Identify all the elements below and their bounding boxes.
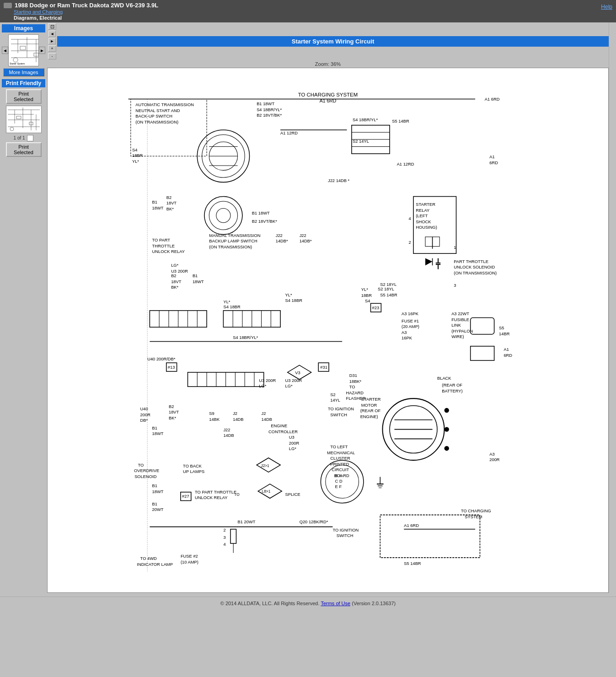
svg-text:S2 18YL: S2 18YL	[378, 287, 394, 291]
svg-text:TO PART: TO PART	[152, 238, 171, 242]
print-selected-button-top[interactable]: Print Selected	[6, 89, 42, 104]
svg-text:18WT: 18WT	[152, 489, 164, 494]
svg-text:J22 14DB *: J22 14DB *	[328, 178, 350, 183]
svg-text:14DB: 14DB	[233, 417, 243, 422]
car-icon	[4, 3, 12, 8]
svg-text:A1 12RD: A1 12RD	[397, 162, 414, 167]
diagram-title-text: Starter System Wiring Circuit	[292, 38, 374, 45]
print-thumbnail	[6, 106, 42, 133]
svg-text:TO: TO	[349, 385, 355, 389]
svg-text:TO LEFT: TO LEFT	[330, 445, 348, 449]
pan-left-btn[interactable]: ◄	[48, 31, 56, 37]
svg-text:S4 18BR/YL*: S4 18BR/YL*	[353, 118, 378, 122]
starting-charging-link[interactable]: Starting and Charging	[14, 9, 158, 15]
svg-text:S4: S4	[132, 148, 137, 152]
svg-text:18WT: 18WT	[152, 431, 164, 436]
svg-text:2: 2	[409, 240, 411, 245]
svg-text:(LEFT: (LEFT	[416, 214, 428, 218]
pan-right-btn[interactable]: ►	[48, 38, 56, 44]
nav-next-button[interactable]: ►	[39, 47, 45, 54]
svg-text:SPLICE: SPLICE	[285, 492, 300, 497]
svg-text:4: 4	[409, 216, 411, 221]
sidebar: Images ◄	[0, 22, 47, 593]
svg-text:(20 AMP): (20 AMP)	[402, 324, 419, 329]
svg-text:Q20 12BK/RD*: Q20 12BK/RD*	[300, 520, 328, 524]
svg-text:TO CHARGING SYSTEM: TO CHARGING SYSTEM	[298, 92, 358, 97]
svg-text:S2 18YL: S2 18YL	[380, 282, 396, 287]
svg-text:B2 18VT/BK*: B2 18VT/BK*	[257, 113, 282, 118]
svg-text:A3: A3	[489, 452, 494, 457]
svg-text:J22: J22	[276, 233, 283, 238]
svg-text:(REAR OF: (REAR OF	[442, 383, 462, 387]
svg-text:S4 18BR/YL*: S4 18BR/YL*	[233, 335, 258, 340]
svg-text:18BK*: 18BK*	[349, 379, 362, 384]
svg-text:ENGINE: ENGINE	[271, 424, 287, 428]
svg-text:MECHANICAL: MECHANICAL	[327, 451, 355, 455]
svg-text:LG*: LG*	[171, 263, 178, 268]
svg-rect-13	[6, 106, 41, 133]
svg-text:TO PART THROTTLE: TO PART THROTTLE	[195, 490, 236, 494]
terms-of-use-link[interactable]: Terms of Use	[321, 601, 350, 606]
print-selected-button-bottom[interactable]: Print Selected	[6, 142, 42, 157]
svg-text:BACK-UP SWITCH: BACK-UP SWITCH	[135, 114, 172, 118]
svg-text:YL*: YL*	[132, 159, 139, 164]
svg-text:CONTROLLER: CONTROLLER	[268, 430, 298, 434]
svg-text:6RD: 6RD	[504, 353, 512, 358]
nav-prev-button[interactable]: ◄	[2, 47, 8, 54]
svg-text:TO: TO	[138, 463, 144, 467]
svg-text:UNLOCK RELAY: UNLOCK RELAY	[152, 249, 185, 254]
svg-text:A3 22WT: A3 22WT	[451, 312, 469, 316]
help-link[interactable]: Help	[601, 4, 612, 10]
svg-text:UP LAMPS: UP LAMPS	[183, 469, 204, 474]
svg-text:B1 20WT: B1 20WT	[238, 520, 256, 524]
svg-text:14DB: 14DB	[223, 433, 234, 438]
svg-text:U40 200R/DB*: U40 200R/DB*	[147, 357, 176, 361]
svg-text:(ON TRANSMISSION): (ON TRANSMISSION)	[454, 271, 497, 275]
diagram-image-container: TO CHARGING SYSTEM A1 6RD AUTOMATIC TRAN…	[47, 68, 609, 593]
svg-text:BLACK: BLACK	[437, 376, 451, 381]
svg-text:(REAR OF: (REAR OF	[360, 408, 381, 413]
zoom-in-btn[interactable]: +	[48, 45, 56, 52]
svg-text:S9: S9	[209, 411, 214, 416]
svg-text:14BR: 14BR	[499, 332, 510, 336]
svg-text:PART THROTTLE: PART THROTTLE	[454, 259, 488, 264]
svg-text:S4 18BR: S4 18BR	[223, 305, 241, 309]
diagram-title-bar: Starter System Wiring Circuit	[57, 36, 609, 47]
svg-text:HOUSING): HOUSING)	[416, 225, 437, 230]
svg-text:TO IGNITION: TO IGNITION	[328, 407, 354, 411]
svg-text:FUSIBLE: FUSIBLE	[451, 317, 469, 322]
svg-text:STARTER: STARTER	[361, 397, 381, 402]
svg-text:S5 14BR: S5 14BR	[392, 119, 409, 124]
header: 1988 Dodge or Ram Truck Dakota 2WD V6-23…	[0, 0, 616, 22]
svg-text:(10 AMP): (10 AMP)	[181, 560, 198, 564]
svg-text:U3 200R: U3 200R	[285, 378, 302, 383]
svg-text:C  D: C D	[335, 479, 343, 484]
expand-icon-btn[interactable]: ⊡	[48, 23, 56, 30]
svg-text:B  A: B A	[335, 473, 342, 478]
diagram-thumbnail: Starter System	[9, 35, 38, 66]
svg-text:S5: S5	[499, 326, 504, 330]
svg-text:B1: B1	[152, 484, 157, 488]
svg-text:S2: S2	[330, 392, 335, 397]
svg-text:J2>1: J2>1	[261, 463, 270, 468]
svg-text:18VT: 18VT	[169, 410, 179, 414]
svg-text:S4 18BR: S4 18BR	[285, 298, 302, 303]
zoom-out-btn[interactable]: -	[48, 53, 56, 59]
svg-text:SHOCK: SHOCK	[416, 220, 431, 224]
svg-text:B2: B2	[169, 404, 174, 409]
more-images-button[interactable]: More Images	[3, 68, 44, 76]
svg-text:V3: V3	[295, 371, 300, 375]
svg-text:SWITCH: SWITCH	[337, 533, 354, 538]
diagram-area: ⊡ ◄ ► + - Starter System Wiring Circuit …	[47, 22, 609, 593]
svg-text:MOTOR: MOTOR	[361, 403, 377, 408]
svg-text:18VT: 18VT	[166, 201, 177, 205]
right-scrollbar-area	[609, 22, 616, 593]
svg-text:J2: J2	[262, 411, 266, 416]
svg-text:#27: #27	[182, 494, 189, 499]
version-text: (Version 2.0.13637)	[352, 601, 396, 606]
svg-text:A1: A1	[504, 347, 509, 352]
svg-text:J22: J22	[223, 428, 230, 432]
svg-text:RELAY: RELAY	[416, 208, 430, 213]
svg-text:BK*: BK*	[171, 285, 178, 290]
page-checkbox[interactable]	[27, 135, 33, 141]
